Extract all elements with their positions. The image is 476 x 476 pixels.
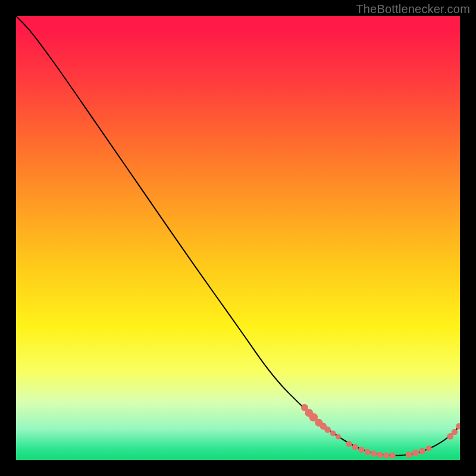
data-marker [419, 448, 425, 455]
bottleneck-curve [16, 16, 460, 456]
data-marker [452, 429, 458, 435]
data-marker [383, 452, 389, 458]
data-marker [358, 447, 364, 453]
data-marker [365, 449, 371, 455]
data-marker [352, 444, 358, 450]
data-marker [324, 427, 331, 433]
data-marker [371, 450, 377, 456]
data-markers [301, 404, 460, 459]
data-marker [389, 452, 395, 458]
plot-area [16, 16, 460, 460]
data-marker [447, 433, 453, 440]
chart-svg [16, 16, 460, 460]
data-marker [377, 452, 383, 458]
data-marker [426, 446, 432, 452]
data-marker [346, 441, 352, 447]
curve-path [16, 16, 460, 456]
data-marker [336, 434, 341, 440]
attribution-text: TheBottlenecker.com [356, 2, 470, 16]
data-marker [412, 449, 419, 456]
data-marker [406, 452, 412, 458]
data-marker [330, 430, 336, 436]
chart-stage: TheBottlenecker.com [0, 0, 476, 476]
